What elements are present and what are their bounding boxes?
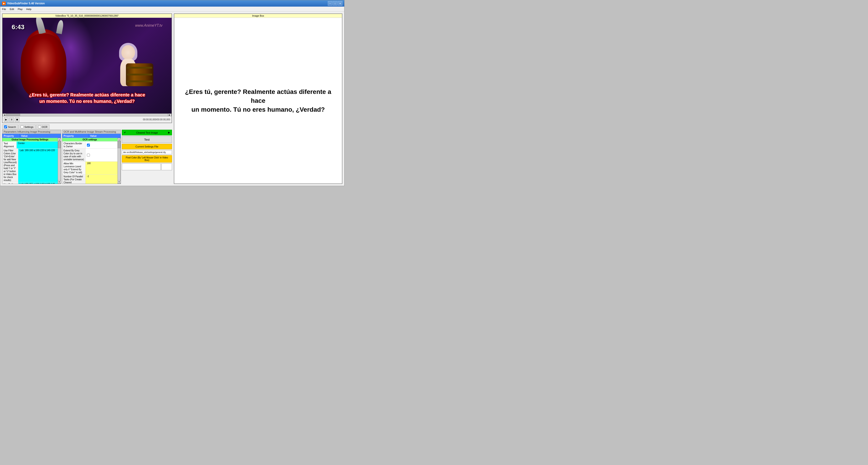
ocr-scroll-v-thumb[interactable] [118, 141, 120, 148]
subtitle-line1: ¿Eres tú, gerente? Realmente actúas dife… [7, 92, 167, 98]
left-panel: VideoBox "0_10_35_510_000000000001280007… [2, 13, 172, 184]
ocr-section-header: OCR settings [62, 138, 118, 141]
image-box-wrapper: Image Box ¿Eres tú, gerente? Realmente a… [174, 13, 342, 184]
param-table-body: Global Image Processing Settings Text Al… [2, 138, 58, 184]
settings-file-input[interactable] [122, 150, 172, 154]
app-icon: ▶ [2, 2, 6, 5]
param-scroll-v[interactable]: ▲ ▼ [58, 138, 61, 184]
ocr-scroll-v-track[interactable] [118, 141, 120, 180]
pixel-color-input[interactable] [122, 163, 161, 170]
menu-help[interactable]: Help [24, 7, 33, 11]
pause-button[interactable]: ⏸ [9, 118, 14, 122]
scroll-thumb[interactable] [6, 114, 20, 116]
extend-grey-checkbox[interactable] [87, 154, 90, 157]
time-display: 00:00:00,000/00:00:00,000 [143, 118, 170, 121]
param-section-header: Global Image Processing Settings [2, 138, 58, 141]
tab-search-checkbox[interactable] [4, 125, 7, 128]
param-table-wrapper: Parameters Influencing Image Processing … [2, 130, 61, 184]
table-row: Extend By Grey Color (try to use in case… [62, 148, 118, 162]
minimize-button[interactable]: ─ [328, 1, 332, 6]
pixel-color-row [122, 163, 172, 170]
play-button[interactable]: ▶ [4, 118, 8, 122]
scroll-right-btn[interactable]: ▶ [168, 113, 171, 116]
scroll-v-thumb[interactable] [58, 141, 61, 148]
test-button[interactable]: Test [122, 136, 172, 143]
title-bar: ▶ VideoSubFinder 5.40 Version ─ □ ✕ [0, 0, 344, 7]
video-controls-bar: ▶ ⏸ ⏹ 00:00:00,000/00:00:00,000 [2, 116, 172, 123]
tab-settings[interactable]: Settings [19, 125, 36, 129]
ocr-table-wrapper: OCR and Multiframe Image Stream Processi… [62, 130, 121, 184]
stop-button[interactable]: ⏹ [15, 118, 20, 122]
table-row: Characters Border Is Darker [62, 141, 118, 148]
tab-bar: Search Settings OCR [2, 124, 172, 130]
image-box-content: ¿Eres tú, gerente? Realmente actúas dife… [174, 18, 342, 184]
ocr-table-body: OCR settings Characters Border Is Darker… [62, 138, 118, 184]
menu-file[interactable]: File [0, 7, 8, 11]
pixel-color-swatch [161, 163, 172, 170]
subtitle-line2: un momento. Tú no eres humano, ¿Verdad? [7, 98, 167, 104]
scroll-left-btn[interactable]: ◀ [3, 113, 6, 116]
right-panel: Image Box ¿Eres tú, gerente? Realmente a… [174, 13, 342, 184]
current-settings-button[interactable]: Current Settings File [122, 144, 172, 149]
settings-panel: Parameters Influencing Image Processing … [2, 130, 172, 184]
table-row: Text Alignment Center [2, 141, 58, 148]
param-col-property: Property [2, 134, 20, 138]
tab-search[interactable]: Search [2, 125, 18, 129]
table-row: Use Filter Colors (Use 'Ctrl+Enter' for … [2, 148, 58, 182]
tab-ocr[interactable]: OCR [36, 125, 50, 129]
video-scrollbar[interactable]: ◀ ▶ [2, 113, 172, 116]
title-bar-controls: ─ □ ✕ [328, 1, 342, 6]
param-table-scroll: Global Image Processing Settings Text Al… [2, 138, 61, 184]
bottom-section: Search Settings OCR Parameters I [2, 124, 172, 184]
close-button[interactable]: ✕ [338, 1, 342, 6]
menu-play[interactable]: Play [16, 7, 24, 11]
maximize-button[interactable]: □ [333, 1, 337, 6]
param-table-title: Parameters Influencing Image Processing [2, 130, 61, 134]
param-col-value: Value [20, 134, 61, 138]
scroll-v-down[interactable]: ▼ [58, 180, 61, 184]
ocr-scroll-v[interactable]: ▲ ▼ [118, 138, 121, 184]
table-row: Allow Min Luminance (used only if "Exten… [62, 162, 118, 175]
video-subtitle: ¿Eres tú, gerente? Realmente actúas dife… [2, 92, 172, 104]
param-table-header: Property Value [2, 134, 61, 138]
title-bar-left: ▶ VideoSubFinder 5.40 Version [2, 2, 45, 5]
main-content: VideoBox "0_10_35_510_000000000001280007… [0, 12, 344, 186]
ocr-scroll-v-up[interactable]: ▲ [118, 138, 121, 141]
image-box-title: Image Box [174, 14, 342, 18]
scroll-v-up[interactable]: ▲ [58, 138, 61, 141]
table-row: Use Outline Filter Colors (Use 'Ctrl+Ent… [2, 182, 58, 184]
ocr-table-header: Property Value [62, 134, 121, 138]
window-title: VideoSubFinder 5.40 Version [7, 2, 45, 5]
ocr-table-title: OCR and Multiframe Image Stream Processi… [62, 130, 121, 134]
video-area[interactable]: 6:43 www.AnimeYT.tv ¿Eres tú, gerente? R… [2, 18, 172, 113]
image-box-subtitle: ¿Eres tú, gerente? Realmente actúas dife… [179, 87, 337, 114]
tab-settings-checkbox[interactable] [21, 125, 24, 128]
ocr-scroll-v-down[interactable]: ▼ [118, 180, 121, 184]
video-box-title: VideoBox "0_10_35_510_000000000001280007… [2, 14, 172, 18]
tab-ocr-checkbox[interactable] [38, 125, 41, 128]
scroll-track[interactable] [6, 114, 168, 116]
cleared-text-button[interactable]: ✔ Cleared Text Image ▶ [122, 130, 172, 135]
right-controls: ✔ Cleared Text Image ▶ Test Current Sett… [122, 130, 172, 184]
scroll-v-track[interactable] [58, 141, 61, 180]
ocr-table-scroll: OCR settings Characters Border Is Darker… [62, 138, 121, 184]
pixel-color-label: Pixel Color (By 'Left Mouse Click' in Vi… [122, 155, 172, 163]
char-border-checkbox[interactable] [87, 143, 90, 146]
barrel-prop [126, 63, 153, 86]
menu-edit[interactable]: Edit [8, 7, 16, 11]
ocr-col-property: Property [62, 134, 89, 138]
video-timestamp: 6:43 [12, 24, 24, 31]
video-watermark: www.AnimeYT.tv [135, 24, 162, 28]
ocr-col-value: Value [89, 134, 121, 138]
image-subtitle-line2: un momento. Tú no eres humano, ¿Verdad? [179, 105, 337, 114]
table-row: Number Of Parallel Tasks (For Create Cle… [62, 175, 118, 184]
menu-bar: File Edit Play Help [0, 7, 344, 12]
video-box-wrapper: VideoBox "0_10_35_510_000000000001280007… [2, 13, 172, 123]
image-subtitle-line1: ¿Eres tú, gerente? Realmente actúas dife… [179, 87, 337, 105]
